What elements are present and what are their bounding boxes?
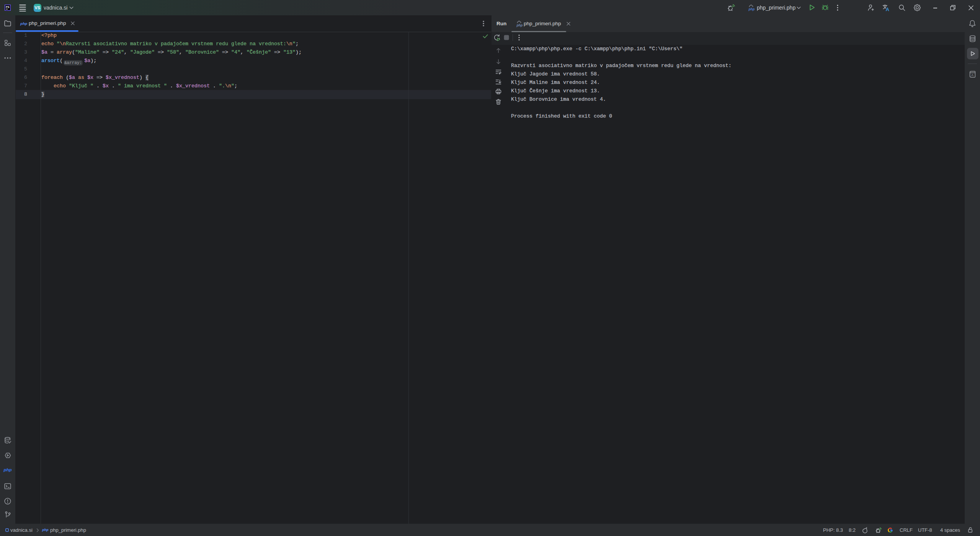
svg-text:PS: PS <box>6 5 10 9</box>
svg-text:A: A <box>971 73 973 77</box>
svg-text:php: php <box>516 23 523 27</box>
svg-text:php: php <box>748 7 755 11</box>
svg-text:A: A <box>885 7 889 12</box>
